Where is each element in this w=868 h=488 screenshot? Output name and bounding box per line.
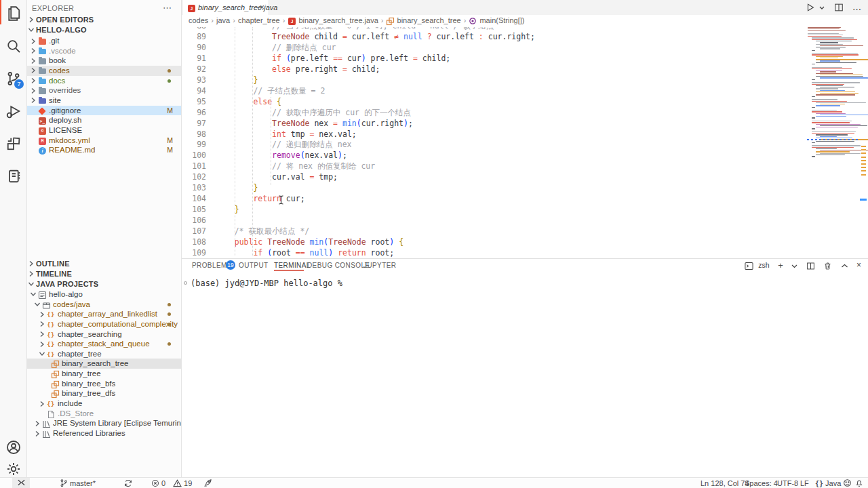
- run-button[interactable]: [806, 3, 815, 15]
- code-line-106[interactable]: 106: [182, 216, 806, 226]
- code-line-101[interactable]: 101 // 将 nex 的值复制给 cur: [182, 161, 806, 172]
- code-line-90[interactable]: 90 // 删除结点 cur: [182, 43, 806, 54]
- status-branch-master-[interactable]: master*: [60, 479, 96, 488]
- breadcrumb-item[interactable]: chapter_tree: [238, 16, 280, 24]
- timeline-section[interactable]: TIMELINE: [27, 269, 181, 279]
- status-spaces-4[interactable]: Spaces: 4: [745, 479, 778, 488]
- explorer-icon[interactable]: [5, 5, 22, 22]
- status-error-0[interactable]: 0: [151, 479, 165, 488]
- tree-item-chapter-searching[interactable]: {}chapter_searching: [27, 329, 181, 340]
- tree-item-binary-tree-bfs[interactable]: binary_tree_bfs: [27, 379, 181, 389]
- breadcrumb-item[interactable]: J binary_search_tree.java: [288, 16, 378, 24]
- new-terminal-icon[interactable]: +: [778, 261, 783, 270]
- close-panel-icon[interactable]: ×: [856, 261, 861, 270]
- tree-item-vscode[interactable]: .vscode: [27, 46, 181, 56]
- search-icon[interactable]: [5, 38, 22, 54]
- code-line-95[interactable]: 95 else {: [182, 97, 806, 108]
- code-line-103[interactable]: 103 }: [182, 183, 806, 194]
- tree-item-book[interactable]: book: [27, 56, 181, 66]
- tree-item-chapter-computational-complexity[interactable]: {}chapter_computational_complexity: [27, 319, 181, 329]
- code-line-94[interactable]: 94 // 子结点数量 = 2: [182, 86, 806, 97]
- project-root-section[interactable]: HELLO-ALGO: [27, 25, 181, 35]
- tree-item-gitignore[interactable]: .gitignoreM: [27, 106, 181, 116]
- code-line-105[interactable]: 105 }: [182, 205, 806, 216]
- code-line-107[interactable]: 107 /* 获取最小结点 */: [182, 226, 806, 237]
- tree-item-jre-system-library-eclipse-temurin-17-17[interactable]: JRE System Library [Eclipse Temurin 17 […: [27, 418, 181, 428]
- tree-item-chapter-array-and-linkedlist[interactable]: {}chapter_array_and_linkedlist: [27, 309, 181, 319]
- status-feedback[interactable]: [843, 479, 852, 488]
- status-utf-8[interactable]: UTF-8: [777, 479, 798, 488]
- breadcrumb-item[interactable]: codes: [189, 16, 208, 24]
- notebook-icon[interactable]: [5, 168, 22, 184]
- code-line-102[interactable]: 102 cur.val = tmp;: [182, 172, 806, 183]
- status-rocket[interactable]: [203, 479, 212, 488]
- breadcrumb-item[interactable]: binary_search_tree: [386, 16, 460, 24]
- run-debug-icon[interactable]: [5, 103, 22, 119]
- status-sync[interactable]: [124, 479, 132, 488]
- status-java[interactable]: {} Java: [815, 479, 841, 488]
- tree-item-deploy-sh[interactable]: >_deploy.sh: [27, 115, 181, 125]
- code-editor[interactable]: 88 // 当子结点数量 = 0 / 1 时, child = null / 该…: [182, 0, 806, 258]
- item-label: chapter_stack_and_queue: [58, 340, 150, 348]
- code-line-99[interactable]: 99 // 递归删除结点 nex: [182, 140, 806, 150]
- settings-gear-icon[interactable]: [5, 461, 22, 477]
- tree-item-ds-store[interactable]: .DS_Store: [27, 409, 181, 419]
- tree-item-codes[interactable]: codes: [27, 66, 181, 76]
- tree-item-codes-java[interactable]: codes/java: [27, 300, 181, 310]
- java-projects-section[interactable]: JAVA PROJECTS: [27, 279, 181, 289]
- split-editor-icon[interactable]: [834, 3, 844, 15]
- status-bell[interactable]: [855, 479, 863, 488]
- run-dropdown-chevron-icon[interactable]: [819, 3, 825, 15]
- tree-item-site[interactable]: site: [27, 96, 181, 106]
- more-actions-icon[interactable]: ⋯: [163, 3, 172, 13]
- outline-section[interactable]: OUTLINE: [27, 259, 181, 269]
- panel-tab-terminal[interactable]: TERMINAL: [274, 262, 311, 269]
- status-bar: master* 0 19Ln 128, Col 74Spaces: 4UTF-8…: [0, 477, 868, 488]
- remote-indicator[interactable]: [12, 478, 30, 488]
- tree-item-overrides[interactable]: overrides: [27, 85, 181, 96]
- minimap-line: [820, 58, 838, 58]
- tree-item-git[interactable]: .git: [27, 36, 181, 46]
- code-line-109[interactable]: 109 if (root == null) return root;: [182, 248, 806, 258]
- code-line-108[interactable]: 108 public TreeNode min(TreeNode root) {: [182, 237, 806, 248]
- panel-tab-debug-console[interactable]: DEBUG CONSOLE: [307, 262, 370, 269]
- minimap[interactable]: [806, 15, 860, 258]
- tree-item-readme-md[interactable]: iREADME.mdM: [27, 145, 181, 155]
- tree-item-binary-tree[interactable]: binary_tree: [27, 369, 181, 379]
- tree-item-binary-tree-dfs[interactable]: binary_tree_dfs: [27, 388, 181, 399]
- panel-tab-jupyter[interactable]: JUPYTER: [363, 262, 396, 269]
- code-line-92[interactable]: 92 else pre.right = child;: [182, 64, 806, 75]
- code-line-97[interactable]: 97 TreeNode nex = min(cur.right);: [182, 119, 806, 129]
- panel-tab-output[interactable]: OUTPUT: [239, 262, 269, 269]
- status-lf[interactable]: LF: [800, 479, 809, 488]
- tree-item-referenced-libraries[interactable]: Referenced Libraries: [27, 428, 181, 439]
- kill-terminal-icon[interactable]: [823, 261, 832, 273]
- tree-item-license[interactable]: ©LICENSE: [27, 125, 181, 136]
- code-line-96[interactable]: 96 // 获取中序遍历中 cur 的下一个结点: [182, 108, 806, 119]
- account-icon[interactable]: [5, 439, 22, 455]
- terminal-dropdown-chevron-icon[interactable]: [791, 261, 797, 273]
- split-terminal-icon[interactable]: [806, 261, 815, 273]
- code-line-98[interactable]: 98 int tmp = nex.val;: [182, 129, 806, 140]
- code-line-100[interactable]: 100 remove(nex.val);: [182, 150, 806, 161]
- tree-item-mkdocs-yml[interactable]: Mmkdocs.ymlM: [27, 136, 181, 146]
- terminal-prompt[interactable]: (base) jyd@JYD-MBP hello-algo %: [191, 279, 342, 288]
- tree-item-include[interactable]: {}include: [27, 399, 181, 409]
- tree-item-docs[interactable]: docs: [27, 76, 181, 86]
- extensions-icon[interactable]: [5, 136, 22, 152]
- tree-item-chapter-tree[interactable]: {}chapter_tree: [27, 349, 181, 359]
- code-line-93[interactable]: 93 }: [182, 75, 806, 86]
- tree-item-binary-search-tree[interactable]: binary_search_tree: [27, 359, 181, 369]
- open-editors-section[interactable]: OPEN EDITORS: [27, 15, 181, 25]
- code-line-104[interactable]: 104 return cur;: [182, 194, 806, 205]
- code-line-89[interactable]: 89 TreeNode child = cur.left ≠ null ? cu…: [182, 32, 806, 43]
- status-warning-19[interactable]: 19: [173, 479, 192, 488]
- tree-item-chapter-stack-and-queue[interactable]: {}chapter_stack_and_queue: [27, 339, 181, 349]
- tree-item-hello-algo[interactable]: hello-algo: [27, 289, 181, 300]
- breadcrumb-item[interactable]: java: [216, 16, 230, 24]
- breadcrumb-item[interactable]: main(String[]): [469, 16, 524, 24]
- code-line-91[interactable]: 91 if (pre.left == cur) pre.left = child…: [182, 54, 806, 64]
- status-ln-128-col-74[interactable]: Ln 128, Col 74: [701, 479, 749, 488]
- maximize-panel-chevron-icon[interactable]: [841, 261, 848, 273]
- shell-label[interactable]: zsh: [758, 261, 769, 269]
